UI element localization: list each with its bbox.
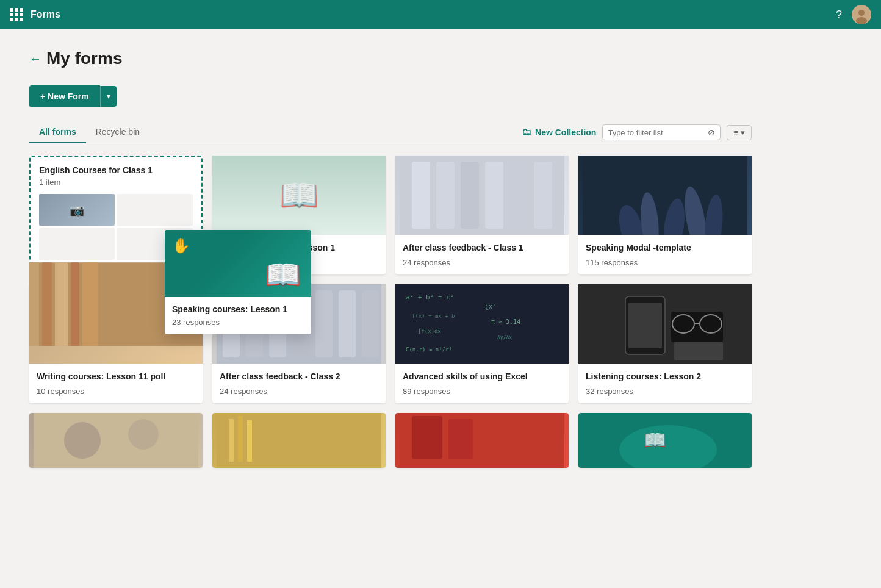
svg-rect-5 [436,162,455,229]
form-card-partial-2[interactable] [212,413,386,468]
svg-text:📖: 📖 [644,429,667,451]
new-collection-label: New Collection [535,127,596,137]
new-form-dropdown-button[interactable]: ▾ [100,86,117,107]
form-card-responses: 24 responses [220,387,378,396]
hover-book-icon: 📖 [265,258,301,292]
svg-rect-20 [71,284,79,346]
svg-text:f(x) = mx + b: f(x) = mx + b [412,313,455,319]
svg-rect-55 [448,419,473,459]
form-card-responses: 32 responses [586,387,744,396]
top-navigation: Forms ? [0,0,881,29]
page-title: My forms [46,49,122,68]
filter-input-wrap: ⊘ [602,124,721,140]
svg-text:∑x²: ∑x² [485,303,496,310]
svg-rect-9 [534,162,552,229]
svg-rect-28 [339,290,356,357]
collection-thumb-2 [117,194,193,226]
form-card-responses: 24 responses [403,258,561,267]
new-form-button[interactable]: + New Form [29,85,100,107]
form-card-after-class-class1[interactable]: After class feedback - Class 1 24 respon… [395,156,569,274]
svg-rect-52 [247,420,252,462]
sort-chevron-icon: ▾ [741,128,745,137]
filter-icon: ⊘ [708,127,715,137]
svg-text:a² + b² = c²: a² + b² = c² [406,293,454,301]
filter-input[interactable] [608,128,705,137]
back-button[interactable]: ← [29,52,41,66]
svg-point-2 [856,17,867,24]
svg-rect-54 [412,416,442,459]
hover-card: ✋ 📖 Speaking courses: Lesson 1 23 respon… [165,230,311,334]
toolbar: + New Form ▾ [29,85,752,107]
app-launcher-icon[interactable] [10,8,23,21]
form-card-image [395,156,569,235]
form-card-title: After class feedback - Class 1 [403,242,561,253]
form-card-listening-lesson2[interactable]: Listening courses: Lesson 2 32 responses [578,284,752,403]
page-header: ← My forms [29,49,752,68]
svg-rect-41 [671,312,723,342]
avatar[interactable] [852,5,871,24]
form-card-title: After class feedback - Class 2 [220,371,378,382]
form-card-image [578,284,752,364]
svg-rect-8 [509,162,528,229]
svg-rect-46 [34,413,198,468]
app-title: Forms [31,9,60,20]
hover-card-title: Speaking courses: Lesson 1 [172,304,304,314]
tab-all-forms[interactable]: All forms [29,122,86,143]
svg-text:∫f(x)dx: ∫f(x)dx [418,328,442,334]
svg-text:π ≈ 3.14: π ≈ 3.14 [491,318,520,325]
svg-point-1 [858,10,865,16]
form-card-responses: 89 responses [403,387,561,396]
svg-rect-18 [42,284,52,346]
svg-rect-51 [238,416,243,462]
svg-rect-29 [362,290,379,357]
svg-rect-40 [628,303,662,348]
form-card-image [29,413,203,468]
tabs-bar: All forms Recycle bin 🗂 New Collection ⊘… [29,122,752,143]
form-card-responses: 115 responses [586,258,744,267]
form-card-image: a² + b² = c² ∑x² f(x) = mx + b π ≈ 3.14 … [395,284,569,364]
help-button[interactable]: ? [836,9,842,21]
svg-rect-19 [55,284,68,346]
drag-handle-icon: ✋ [172,237,190,254]
form-card-speaking-modal[interactable]: Speaking Modal -template 115 responses [578,156,752,274]
collection-count: 1 item [39,177,193,187]
svg-rect-45 [674,342,723,360]
form-card-image: 📖 [212,156,386,235]
svg-rect-7 [485,162,503,229]
form-card-title: Writing courses: Lesson 11 poll [37,371,195,382]
form-card-image [395,413,569,468]
sort-button[interactable]: ≡ ▾ [727,125,752,140]
svg-rect-50 [229,419,234,462]
svg-rect-21 [82,284,98,346]
sort-lines-icon: ≡ [733,128,738,137]
svg-rect-6 [461,162,479,229]
form-card-partial-1[interactable] [29,413,203,468]
form-card-image [212,413,386,468]
svg-point-48 [128,419,159,450]
hover-card-image: ✋ 📖 [165,230,311,297]
form-card-title: Listening courses: Lesson 2 [586,371,744,382]
svg-rect-27 [315,290,333,357]
forms-grid: English Courses for Class 1 1 item 📷 ✋ 📖 [29,156,752,468]
svg-point-47 [64,422,101,459]
new-collection-icon: 🗂 [522,127,531,138]
form-card-image [578,156,752,235]
form-card-image: 📖 [578,413,752,468]
tab-recycle-bin[interactable]: Recycle bin [86,122,149,143]
svg-rect-4 [412,162,430,229]
form-card-partial-3[interactable] [395,413,569,468]
svg-text:C(n,r) = n!/r!: C(n,r) = n!/r! [406,346,452,353]
form-card-title: Speaking Modal -template [586,242,744,253]
hover-card-responses: 23 responses [172,318,304,327]
form-card-advanced-excel[interactable]: a² + b² = c² ∑x² f(x) = mx + b π ≈ 3.14 … [395,284,569,403]
form-card-partial-4[interactable]: 📖 [578,413,752,468]
form-card-responses: 10 responses [37,387,195,396]
new-collection-button[interactable]: 🗂 New Collection [522,127,596,138]
svg-text:Δy/Δx: Δy/Δx [497,335,512,340]
collection-thumb-1: 📷 [39,194,115,226]
collection-title: English Courses for Class 1 [39,165,193,175]
form-card-title: Advanced skills of using Excel [403,371,561,382]
svg-rect-17 [29,284,39,346]
